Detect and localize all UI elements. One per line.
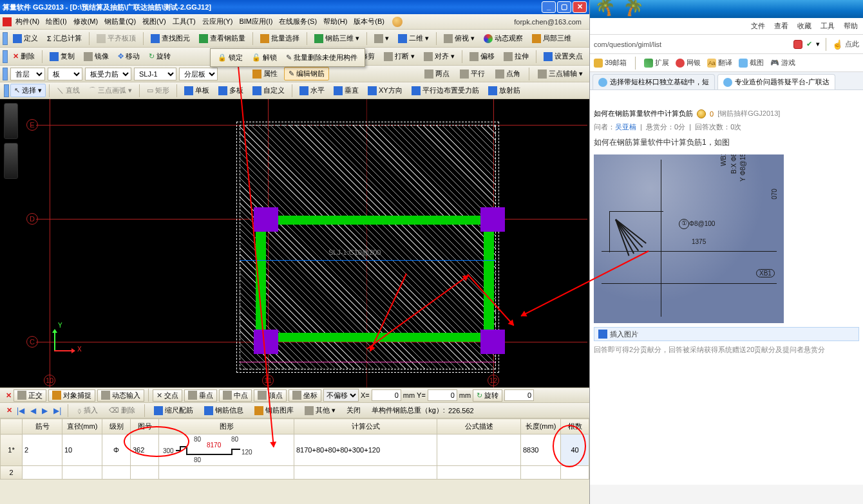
screenshot-ext[interactable]: 截图 (739, 58, 764, 68)
ext-button[interactable]: 扩展 (644, 58, 669, 68)
cell-dia[interactable]: 10 (62, 434, 102, 466)
table-row[interactable]: 2 (1, 466, 589, 480)
multi-slab-button[interactable]: 多板 (214, 84, 247, 97)
row-index[interactable]: 1* (1, 434, 23, 466)
rebar-info-button[interactable]: 钢筋信息 (200, 404, 247, 417)
cell-no[interactable]: 2 (23, 434, 62, 466)
menu-help[interactable]: 帮助(H) (321, 15, 350, 28)
cell-len[interactable] (521, 466, 561, 480)
cell-desc[interactable] (437, 466, 521, 480)
close-editor-button[interactable]: 关闭 (343, 404, 365, 417)
menu-tool[interactable]: 工具(T) (170, 15, 198, 28)
rotate-button[interactable]: ↻旋转 (145, 50, 175, 63)
rebar-close-icon[interactable]: ✕ (6, 406, 12, 415)
mid-snap[interactable]: 中点 (219, 389, 252, 402)
col-shape[interactable]: 图形 (159, 419, 294, 434)
browser-menu-tool[interactable]: 工具 (820, 21, 835, 31)
browser-menu-fav[interactable]: 收藏 (797, 21, 811, 31)
attribute-button[interactable]: 属性 (249, 68, 281, 80)
rotate-input-btn[interactable]: ↻旋转 (473, 389, 502, 402)
url-text[interactable]: com/question/giml/list (594, 41, 790, 48)
single-slab-button[interactable]: 单板 (180, 84, 213, 97)
col-idx[interactable] (1, 419, 23, 434)
offset-mode-select[interactable]: 不偏移 (323, 389, 359, 402)
cell-shape[interactable] (159, 466, 294, 480)
col-grade[interactable]: 级别 (102, 419, 131, 434)
bank-ext[interactable]: 网银 (676, 58, 701, 68)
cell-count[interactable]: 40 (561, 434, 589, 466)
lock-button[interactable]: 🔒锁定 (214, 51, 247, 64)
dropdown-icon[interactable]: ▾ (816, 40, 820, 48)
sum-calc-button[interactable]: Σ汇总计算 (43, 32, 86, 45)
break-button[interactable]: 打断▾ (380, 50, 419, 63)
cell-shape-no[interactable] (131, 466, 159, 480)
mail-ext[interactable]: 39邮箱 (594, 58, 627, 68)
table-row[interactable]: 1* 2 10 Φ 362 80 80 8170 300 120 80 (1, 434, 589, 466)
xy-button[interactable]: XY方向 (364, 84, 406, 97)
menu-bim[interactable]: BIM应用(I) (236, 15, 275, 28)
nav-prev-button[interactable]: ◀ (29, 406, 37, 415)
x-input[interactable] (372, 389, 401, 401)
vertex-snap[interactable]: 顶点 (254, 389, 287, 402)
rebar-line[interactable] (240, 260, 496, 261)
game-ext[interactable]: 🎮游戏 (770, 58, 795, 68)
cell-count[interactable] (561, 466, 589, 480)
category-select[interactable]: 板 (48, 68, 82, 80)
user-avatar-icon[interactable] (392, 17, 403, 27)
close-button[interactable]: ✕ (573, 1, 587, 13)
view-cube-button[interactable]: ▾ (370, 32, 393, 45)
menu-component[interactable]: 构件(N) (13, 15, 42, 28)
osnap-toggle[interactable]: 对象捕捉 (48, 389, 95, 402)
y-input[interactable] (428, 389, 457, 401)
2d-button[interactable]: 二维▾ (394, 32, 433, 45)
row-index[interactable]: 2 (1, 466, 23, 480)
menu-modify[interactable]: 修改(M) (71, 15, 101, 28)
parallel-button[interactable]: 平行 (456, 68, 489, 80)
subcategory-select[interactable]: 板受力筋 (85, 68, 131, 80)
tab-item[interactable]: 专业造价问题答疑平台-广联达 (717, 74, 835, 89)
column-tl[interactable] (254, 207, 278, 232)
delete-button[interactable]: ✕删除 (9, 50, 39, 63)
panel-close-icon[interactable]: ✕ (6, 391, 12, 400)
cell-dia[interactable] (62, 466, 102, 480)
three-pt-aux-button[interactable]: 三点辅轴▾ (534, 68, 587, 80)
intersect-snap[interactable]: ✕交点 (153, 389, 182, 402)
point-angle-button[interactable]: 点角 (491, 68, 524, 80)
beam-top[interactable] (256, 216, 494, 225)
vertical-button[interactable]: 垂直 (330, 84, 363, 97)
translate-ext[interactable]: Aа翻译 (707, 58, 732, 68)
click-here-button[interactable]: ☝点此 (832, 39, 859, 50)
angle-input[interactable] (504, 389, 534, 401)
security-icon[interactable] (793, 40, 802, 49)
flat-top-button[interactable]: 平齐板顶 (93, 32, 140, 45)
col-desc[interactable]: 公式描述 (437, 419, 521, 434)
menu-online[interactable]: 在线服务(S) (276, 15, 319, 28)
scale-rebar-button[interactable]: 缩尺配筋 (150, 404, 197, 417)
minimize-button[interactable]: _ (542, 1, 556, 13)
nav-last-button[interactable]: ▶| (52, 406, 62, 415)
col-no[interactable]: 筋号 (23, 419, 62, 434)
cell-grade[interactable] (102, 466, 131, 480)
twopoint-button[interactable]: 两点 (421, 68, 453, 80)
rect-tool[interactable]: ▭矩形 (143, 84, 173, 97)
custom-slab-button[interactable]: 自定义 (249, 84, 289, 97)
find-elem-button[interactable]: 查找图元 (147, 32, 194, 45)
menu-view[interactable]: 视图(V) (140, 15, 169, 28)
cell-formula[interactable]: 8170+80+80+80+300+120 (294, 434, 437, 466)
floating-toolbar[interactable]: 🔒锁定 🔓解锁 ✎批量删除未使用构件 (210, 48, 365, 67)
layer-select[interactable]: 分层板1 (179, 68, 218, 80)
line-tool[interactable]: ＼直线 (53, 84, 84, 97)
member-select[interactable]: SLJ-1 (134, 68, 176, 80)
edge-bar-button[interactable]: 平行边布置受力筋 (408, 84, 483, 97)
batch-del-unused-button[interactable]: ✎批量删除未使用构件 (282, 51, 361, 64)
author-link[interactable]: 吴亚楠 (615, 123, 636, 131)
move-button[interactable]: ✥移动 (114, 50, 144, 63)
nav-first-button[interactable]: |◀ (15, 406, 26, 415)
beam-right[interactable] (484, 216, 494, 342)
tab-item[interactable]: 选择带短柱杯口独立基础中，短 (593, 74, 715, 89)
coord-snap[interactable]: 坐标 (289, 389, 321, 402)
nav-next-button[interactable]: ▶ (41, 406, 49, 415)
dyn-view-button[interactable]: 动态观察 (480, 32, 527, 45)
unlock-button[interactable]: 🔓解锁 (248, 51, 281, 64)
horizontal-button[interactable]: 水平 (296, 84, 328, 97)
